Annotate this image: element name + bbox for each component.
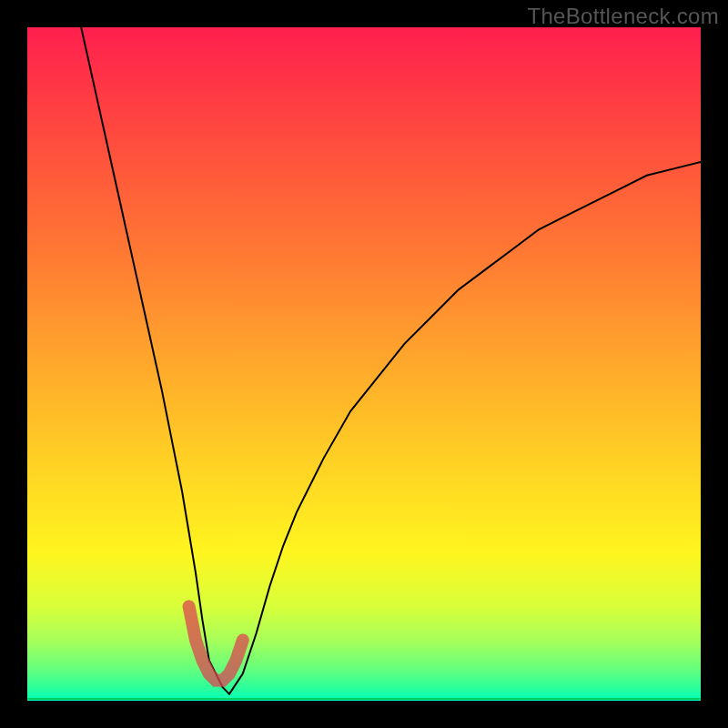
chart-svg bbox=[27, 27, 701, 701]
trough-marker bbox=[189, 606, 243, 680]
bottleneck-curve bbox=[81, 27, 701, 694]
watermark-text: TheBottleneck.com bbox=[527, 4, 719, 29]
chart-frame: TheBottleneck.com bbox=[0, 0, 728, 728]
chart-plot-area bbox=[27, 27, 701, 701]
